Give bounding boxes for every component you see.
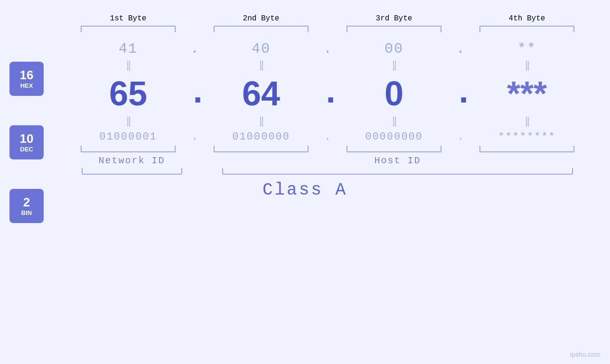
bottom-brackets-row xyxy=(0,146,610,152)
equals-2-b1: || xyxy=(126,115,130,127)
dec-b1-value: 65 xyxy=(69,74,188,113)
equals-1-b3: || xyxy=(392,59,395,71)
bin-b2-value: 01000000 xyxy=(202,131,320,143)
bracket-b3 xyxy=(347,26,441,32)
equals-2-b4: || xyxy=(525,115,528,127)
bin-b3-value: 00000000 xyxy=(335,131,453,143)
dec-dot1: . xyxy=(188,74,202,113)
bin-badge: 2 BIN xyxy=(9,189,44,223)
badges-column: 16 HEX 10 DEC 2 BIN xyxy=(9,62,44,223)
hex-dot2: . xyxy=(320,41,335,57)
hex-dot1: . xyxy=(188,41,202,57)
dec-b4-value: *** xyxy=(468,74,586,113)
dec-badge: 10 DEC xyxy=(9,125,44,159)
bin-dot2: . xyxy=(320,131,335,143)
equals-row-2: || || || || xyxy=(0,115,610,127)
hex-row: 41 . 40 . 00 . ** xyxy=(0,41,610,57)
equals-1-b4: || xyxy=(525,59,528,71)
class-label: Class A xyxy=(263,180,347,200)
main-container: 1st Byte 2nd Byte 3rd Byte 4th Byte 41 . xyxy=(0,0,610,364)
bracket-b2 xyxy=(214,26,309,32)
equals-2-b2: || xyxy=(259,115,263,127)
dec-row: 65 . 64 . 0 . *** xyxy=(0,74,610,113)
bottom-bracket-b4 xyxy=(479,146,574,152)
bracket-b1 xyxy=(81,26,176,32)
byte-headers-row: 1st Byte 2nd Byte 3rd Byte 4th Byte xyxy=(0,0,610,23)
hex-b2-value: 40 xyxy=(202,41,320,57)
hex-b3-value: 00 xyxy=(335,41,453,57)
equals-1-b2: || xyxy=(259,59,263,71)
bin-dot3: . xyxy=(453,131,468,143)
dec-dot3: . xyxy=(453,74,468,113)
bin-b4-value: ******** xyxy=(468,131,586,143)
big-bracket-host xyxy=(222,168,573,175)
class-row: Class A xyxy=(0,180,610,200)
bottom-bracket-b1 xyxy=(81,146,176,152)
bin-b1-value: 01000001 xyxy=(69,131,188,143)
hex-dot3: . xyxy=(453,41,468,57)
bracket-b4 xyxy=(479,26,574,32)
dec-b3-value: 0 xyxy=(335,74,453,113)
dec-b2-value: 64 xyxy=(202,74,320,113)
bottom-bracket-b2 xyxy=(214,146,309,152)
network-id-label: Network ID xyxy=(69,155,195,166)
byte1-header: 1st Byte xyxy=(69,14,188,23)
byte3-header: 3rd Byte xyxy=(335,14,453,23)
hex-b4-value: ** xyxy=(468,41,586,57)
bin-row: 01000001 . 01000000 . 00000000 . *******… xyxy=(0,131,610,143)
hex-b1-value: 41 xyxy=(69,41,188,57)
bottom-bracket-b3 xyxy=(347,146,441,152)
bin-dot1: . xyxy=(188,131,202,143)
watermark: ipshu.com xyxy=(570,351,601,358)
big-bracket-network xyxy=(82,168,182,175)
byte2-header: 2nd Byte xyxy=(202,14,320,23)
byte4-header: 4th Byte xyxy=(468,14,586,23)
top-brackets-row xyxy=(0,26,610,32)
equals-2-b3: || xyxy=(392,115,395,127)
host-id-label: Host ID xyxy=(209,155,586,166)
equals-row-1: || || || || xyxy=(0,59,610,71)
id-labels-row: Network ID Host ID xyxy=(0,155,610,166)
hex-badge: 16 HEX xyxy=(9,62,44,96)
dec-dot2: . xyxy=(320,74,335,113)
equals-1-b1: || xyxy=(126,59,130,71)
big-bracket-row xyxy=(0,168,610,175)
